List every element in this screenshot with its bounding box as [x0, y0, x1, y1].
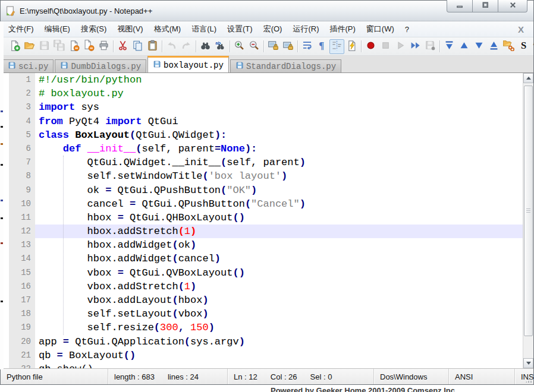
menu-view[interactable]: 视图(V) — [112, 22, 148, 36]
code-line-20[interactable]: app = QtGui.QApplication(sys.argv) — [35, 335, 523, 349]
save-button[interactable] — [37, 39, 52, 54]
tab-standarddialogs[interactable]: StandardDialogs.py — [230, 59, 341, 72]
tab-sci[interactable]: sci.py — [2, 59, 54, 72]
menu-window[interactable]: 窗口(W) — [361, 22, 400, 36]
vertical-scrollbar[interactable] — [523, 73, 533, 368]
tab-bar: sci.pyDumbDialogs.pyboxlayout.pyStandard… — [1, 56, 533, 72]
line-number: 5 — [9, 128, 31, 142]
textfx-plugin-button[interactable]: S — [516, 39, 531, 54]
print-icon — [98, 40, 109, 53]
goto-next-button[interactable] — [472, 39, 486, 54]
menu-search[interactable]: 搜索(S) — [76, 22, 112, 36]
macro-play-button[interactable] — [393, 39, 408, 54]
goto-prev-button[interactable] — [457, 39, 472, 54]
code-line-19[interactable]: self.resize(300, 150) — [35, 321, 523, 334]
cut-button[interactable] — [115, 39, 130, 54]
tab-dumbdialogs[interactable]: DumbDialogs.py — [55, 59, 146, 72]
close-file-button[interactable] — [67, 39, 81, 54]
code-line-22[interactable]: qb.show() — [35, 362, 523, 368]
scroll-up-button[interactable] — [523, 73, 533, 83]
code-line-16[interactable]: vbox.addStretch(1) — [35, 280, 523, 293]
scroll-down-button[interactable] — [523, 358, 533, 368]
menu-file[interactable]: 文件(F) — [3, 22, 39, 36]
tab-label: sci.py — [18, 62, 48, 71]
minimize-button[interactable] — [447, 0, 473, 12]
menubar-close-document-button[interactable]: X — [511, 24, 531, 34]
menu-run[interactable]: 运行(R) — [287, 22, 324, 36]
status-selection: Sel : 0 — [310, 372, 332, 381]
toolbar-separator — [263, 40, 264, 52]
menu-help[interactable]: ? — [400, 23, 414, 36]
code-line-12[interactable]: hbox.addStretch(1) — [35, 225, 523, 238]
code-line-13[interactable]: hbox.addWidget(ok) — [35, 238, 523, 252]
macro-stop-button[interactable] — [378, 39, 393, 54]
menu-edit[interactable]: 编辑(E) — [39, 22, 76, 36]
find-button[interactable] — [198, 39, 213, 54]
code-line-21[interactable]: qb = BoxLayout() — [35, 349, 523, 362]
line-number: 10 — [9, 197, 31, 211]
save-all-button[interactable] — [52, 39, 67, 54]
macro-record-button[interactable] — [363, 39, 378, 54]
undo-button[interactable] — [164, 39, 179, 54]
code-line-6[interactable]: def __init__(self, parent=None): — [35, 142, 523, 156]
code-line-3[interactable]: import sys — [35, 100, 523, 114]
function-completion-button[interactable] — [344, 39, 359, 54]
close-button[interactable] — [498, 0, 527, 12]
code-line-5[interactable]: class BoxLayout(QtGui.QWidget): — [35, 128, 523, 142]
explorer-plugin-button[interactable] — [501, 39, 516, 54]
code-line-18[interactable]: self.setLayout(vbox) — [35, 307, 523, 321]
code-line-7[interactable]: QtGui.QWidget.__init__(self, parent) — [35, 156, 523, 169]
toolbar-separator — [196, 40, 196, 52]
menu-plugins[interactable]: 插件(P) — [324, 22, 360, 36]
menu-format[interactable]: 格式(M) — [149, 22, 187, 36]
status-line-number: Ln : 12 — [234, 372, 257, 381]
goto-last-button[interactable] — [486, 39, 501, 54]
code-line-8[interactable]: self.setWindowTitle('box layout') — [35, 169, 523, 183]
scrollbar-thumb[interactable] — [524, 86, 533, 336]
zoom-out-button[interactable] — [247, 39, 262, 54]
macro-run-multiple-button[interactable] — [408, 39, 423, 54]
code-line-4[interactable]: from PyQt4 import QtGui — [35, 115, 523, 128]
toolbar-separator — [297, 40, 298, 52]
macro-save-button[interactable] — [423, 39, 438, 54]
paste-button[interactable] — [145, 39, 160, 54]
goto-first-button[interactable] — [442, 39, 457, 54]
code-text-area[interactable]: #!/usr/bin/python# boxlayout.pyimport sy… — [35, 73, 523, 368]
zoom-in-icon — [234, 40, 245, 53]
code-line-9[interactable]: ok = QtGui.QPushButton("OK") — [35, 184, 523, 197]
copy-button[interactable] — [130, 39, 145, 54]
close-all-button[interactable] — [81, 39, 96, 54]
status-encoding[interactable]: ANSI — [449, 369, 515, 384]
menu-macro[interactable]: 宏(O) — [258, 22, 288, 36]
spell-check-button[interactable]: ABC — [531, 39, 534, 54]
sync-horizontal-scroll-button[interactable] — [281, 39, 296, 54]
code-line-1[interactable]: #!/usr/bin/python — [35, 73, 523, 87]
open-file-button[interactable] — [22, 39, 37, 54]
code-line-14[interactable]: hbox.addWidget(cancel) — [35, 252, 523, 265]
menu-settings[interactable]: 设置(T) — [222, 22, 258, 36]
zoom-in-button[interactable] — [232, 39, 247, 54]
show-all-characters-button[interactable]: ¶ — [315, 39, 329, 54]
code-line-11[interactable]: hbox = QtGui.QHBoxLayout() — [35, 211, 523, 225]
tab-boxlayout[interactable]: boxlayout.py — [147, 56, 229, 72]
code-line-17[interactable]: vbox.addLayout(hbox) — [35, 293, 523, 307]
code-line-2[interactable]: # boxlayout.py — [35, 87, 523, 100]
status-length: length : 683 — [114, 372, 155, 381]
line-number: 2 — [9, 87, 31, 100]
replace-button[interactable]: ab — [213, 39, 228, 54]
tab-label: DumbDialogs.py — [71, 62, 141, 71]
menu-language[interactable]: 语言(L) — [186, 22, 222, 36]
sync-vertical-scroll-button[interactable] — [266, 39, 281, 54]
redo-button[interactable] — [179, 39, 194, 54]
new-file-button[interactable] — [7, 39, 22, 54]
print-button[interactable] — [96, 39, 111, 54]
maximize-button[interactable] — [472, 0, 498, 12]
status-eol-format[interactable]: Dos\Windows — [374, 369, 449, 384]
word-wrap-button[interactable] — [300, 39, 315, 54]
show-indent-guide-button[interactable] — [329, 39, 344, 54]
code-line-10[interactable]: cancel = QtGui.QPushButton("Cancel") — [35, 197, 523, 211]
title-bar[interactable]: E:\myself\Qt\boxlayout.py - Notepad++ — [1, 1, 533, 21]
line-number: 16 — [9, 280, 31, 293]
svg-text:ab: ab — [215, 40, 221, 46]
code-line-15[interactable]: vbox = QtGui.QVBoxLayout() — [35, 266, 523, 280]
